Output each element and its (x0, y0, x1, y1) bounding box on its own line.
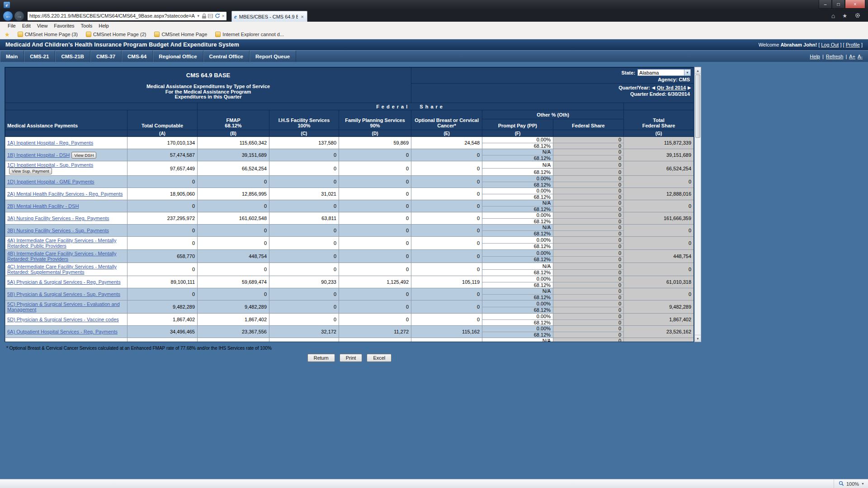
row-label-cell: 1C) Inpatient Hospital - Sup. PaymentsVi… (5, 161, 127, 176)
cell-c: 31,021 (269, 188, 339, 200)
help-link[interactable]: Help (810, 54, 820, 59)
favorites-item[interactable]: CMSnet Home Page (2) (82, 32, 150, 37)
row-link[interactable]: 4A) Intermediate Care Facility Services … (7, 238, 116, 249)
col-header-prompt-pay: Prompt Pay (PP) (482, 119, 553, 130)
row-link[interactable]: 6A) Outpatient Hospital Services - Reg. … (7, 329, 118, 334)
row-link[interactable]: 1D) Inpatient Hospital - GME Payments (7, 179, 94, 184)
cell-d: 0 (339, 225, 411, 237)
compatibility-view-icon[interactable] (208, 14, 213, 19)
cell-e: 0 (411, 314, 482, 326)
scroll-down-icon[interactable]: ▼ (695, 335, 701, 342)
close-tab-icon[interactable]: × (300, 14, 305, 19)
nav-tab-cms-21b[interactable]: CMS-21B (55, 51, 90, 62)
row-link[interactable]: 4B) Intermediate Care Facility Services … (7, 251, 116, 262)
logout-link[interactable]: Log Out (821, 42, 839, 47)
row-link[interactable]: 5A) Physician & Surgical Services - Reg.… (7, 279, 121, 285)
nav-tab-cms-64[interactable]: CMS-64 (122, 51, 153, 62)
nav-tab-cms-37[interactable]: CMS-37 (90, 51, 122, 62)
cell-federal-share: 00 (553, 288, 624, 300)
state-select[interactable]: Alabama ▼ (637, 69, 691, 76)
cell-a: 0 (127, 225, 198, 237)
favorites-star-icon[interactable]: ★ (4, 31, 14, 38)
row-link[interactable]: 3A) Nursing Facility Services - Reg. Pay… (7, 216, 109, 221)
address-bar[interactable]: https://65.220.21.9/MBESCBES/CMS64/CMS64… (27, 11, 227, 21)
row-link[interactable]: 6B) Outpatient Hospital Services - Sup. … (7, 341, 117, 342)
back-button[interactable]: ← (3, 11, 13, 21)
home-icon[interactable]: ⌂ (831, 12, 835, 19)
cell-federal-share: 00 (553, 176, 624, 188)
cell-d: 0 (339, 188, 411, 200)
lock-icon (202, 14, 206, 19)
row-link[interactable]: 2A) Mental Health Facility Services - Re… (7, 191, 123, 197)
row-link[interactable]: 5D) Physician & Surgical Services - Vacc… (7, 317, 119, 322)
close-button[interactable]: × (845, 0, 865, 9)
menu-tools[interactable]: Tools (78, 23, 96, 29)
row-link[interactable]: 2B) Mental Health Facility - DSH (7, 203, 79, 209)
col-letter-b: (B) (198, 130, 269, 137)
row-link[interactable]: 5C) Physician & Surgical Services - Eval… (7, 301, 120, 312)
menu-help[interactable]: Help (95, 23, 112, 29)
nav-tab-main[interactable]: Main (0, 51, 24, 62)
stop-icon[interactable]: × (222, 13, 225, 19)
zoom-control[interactable]: 100% ▼ (834, 479, 864, 488)
menu-favorites[interactable]: Favorites (51, 23, 77, 29)
excel-button[interactable]: Excel (367, 354, 392, 362)
tab-favicon-icon: e (234, 13, 237, 20)
cell-f-other-pct: N/A68.12% (482, 263, 553, 276)
menu-file[interactable]: File (5, 23, 19, 29)
minimize-button[interactable]: – (819, 0, 832, 9)
col-header-text: FMAP (226, 117, 240, 123)
col-header-payments: Medical Assistance Payments (5, 110, 127, 130)
row-link[interactable]: 5B) Physician & Surgical Services - Sup.… (7, 291, 120, 297)
nav-tab-central-office[interactable]: Central Office (203, 51, 250, 62)
print-button[interactable]: Print (340, 354, 363, 362)
quarter-link[interactable]: Qtr 3rd 2014 (657, 85, 686, 90)
search-dropdown-icon[interactable]: ▼ (197, 14, 200, 18)
row-action-button[interactable]: View DSH (71, 152, 96, 159)
next-quarter-icon[interactable]: ▶ (688, 85, 691, 90)
nav-tab-report-queue[interactable]: Report Queue (250, 51, 296, 62)
browser-tab[interactable]: e MBES/CBES - CMS 64.9 Base × (231, 11, 307, 22)
table-scrollbar[interactable]: ▲ ▼ (694, 67, 701, 342)
url-text[interactable]: https://65.220.21.9/MBESCBES/CMS64/CMS64… (29, 13, 195, 19)
favorites-item[interactable]: Internet Explorer cannot d... (211, 32, 288, 37)
cell-g: 9,482,289 (624, 300, 694, 314)
row-link[interactable]: 1C) Inpatient Hospital - Sup. Payments (7, 162, 93, 168)
favorites-icon[interactable]: ★ (842, 13, 847, 19)
favorites-bar: ★ CMSnet Home Page (3)CMSnet Home Page (… (0, 30, 868, 39)
cell-g: 23,526,162 (624, 326, 694, 338)
cell-federal-share: 00 (553, 225, 624, 237)
gear-icon[interactable] (854, 12, 861, 20)
cell-federal-share: 00 (553, 250, 624, 263)
prev-quarter-icon[interactable]: ◀ (652, 85, 655, 90)
row-link[interactable]: 1A) Inpatient Hospital - Reg. Payments (7, 140, 93, 145)
menu-edit[interactable]: Edit (19, 23, 34, 29)
cell-d: 0 (339, 288, 411, 300)
row-action-button[interactable]: View Sup. Payment (9, 168, 52, 174)
font-decrease-link[interactable]: A- (858, 54, 863, 59)
maximize-button[interactable]: □ (832, 0, 845, 9)
return-button[interactable]: Return (307, 354, 335, 362)
cell-c: 0 (269, 338, 339, 343)
cell-federal-share: 00 (553, 137, 624, 149)
nav-tab-cms-21[interactable]: CMS-21 (24, 51, 55, 62)
menu-view[interactable]: View (34, 23, 51, 29)
row-link[interactable]: 1B) Inpatient Hospital - DSH (7, 152, 70, 158)
refresh-icon[interactable] (215, 13, 220, 19)
row-link[interactable]: 4C) Intermediate Care Facility Services … (7, 264, 117, 275)
quarter-ended-label: Quarter Ended: 6/30/2014 (411, 91, 691, 97)
nav-tab-regional-office[interactable]: Regional Office (153, 51, 203, 62)
scrollbar-thumb[interactable] (695, 75, 700, 138)
row-link[interactable]: 3B) Nursing Facility Services - Sup. Pay… (7, 228, 109, 233)
col-header-e: Optional Breast or CervicalCancer* (411, 110, 482, 130)
font-increase-link[interactable]: A+ (849, 54, 855, 59)
favorites-item[interactable]: CMSnet Home Page (150, 32, 211, 37)
refresh-link[interactable]: Refresh (826, 54, 844, 59)
cell-d: 11,272 (339, 326, 411, 338)
forward-button[interactable]: → (14, 11, 24, 21)
cell-d: 0 (339, 176, 411, 188)
profile-link[interactable]: Profile (846, 42, 860, 47)
favorites-item[interactable]: CMSnet Home Page (3) (14, 32, 82, 37)
scroll-up-icon[interactable]: ▲ (695, 67, 701, 74)
row-label-cell: 6B) Outpatient Hospital Services - Sup. … (5, 338, 127, 343)
